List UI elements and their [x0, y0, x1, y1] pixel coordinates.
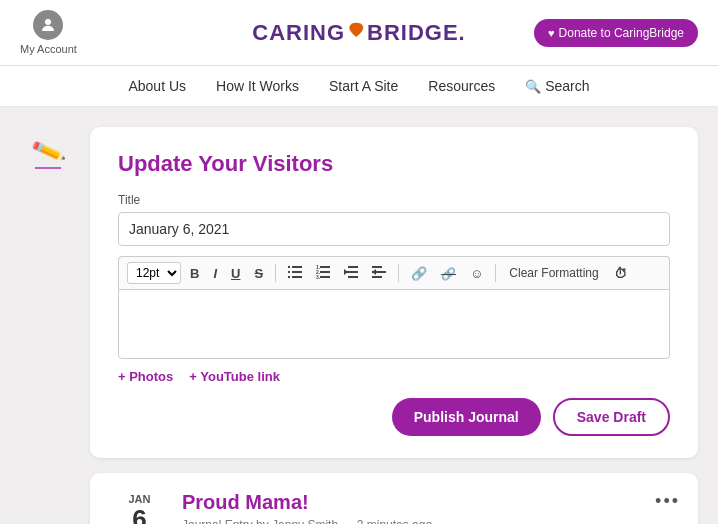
- strikethrough-button[interactable]: S: [249, 264, 268, 283]
- pencil-icon: ✏️: [29, 133, 67, 170]
- avatar: [33, 10, 63, 40]
- ordered-list-button[interactable]: 1. 2. 3.: [311, 263, 335, 284]
- title-label: Title: [118, 193, 670, 207]
- svg-rect-12: [320, 276, 330, 278]
- post-meta: Journal Entry by Jenny Smith — 2 minutes…: [182, 518, 676, 524]
- link-button[interactable]: 🔗: [406, 264, 432, 283]
- svg-rect-5: [288, 276, 290, 278]
- bold-button[interactable]: B: [185, 264, 204, 283]
- logo-after: BRIDGE.: [367, 20, 466, 46]
- publish-journal-button[interactable]: Publish Journal: [392, 398, 541, 436]
- toolbar-divider-3: [495, 264, 496, 282]
- svg-rect-19: [372, 271, 386, 273]
- outdent-button[interactable]: [339, 263, 363, 284]
- navigation: About Us How It Works Start A Site Resou…: [0, 66, 718, 107]
- svg-rect-4: [292, 271, 302, 273]
- logo-heart-icon: [346, 21, 366, 44]
- svg-rect-2: [292, 266, 302, 268]
- post-title: Proud Mama!: [182, 491, 676, 514]
- unlink-button[interactable]: 🔗: [436, 264, 461, 283]
- post-card: ••• JAN 6 2021 Proud Mama! Journal Entry…: [90, 473, 698, 524]
- svg-rect-16: [348, 276, 358, 278]
- clear-formatting-button[interactable]: Clear Formatting: [503, 264, 604, 282]
- logo-text: CARING BRIDGE.: [252, 20, 465, 46]
- svg-rect-3: [288, 271, 290, 273]
- media-row: + Photos + YouTube link: [118, 369, 670, 384]
- emoji-button[interactable]: ☺: [465, 264, 488, 283]
- svg-rect-20: [372, 276, 382, 278]
- nav-search[interactable]: 🔍 Search: [525, 78, 589, 94]
- svg-rect-6: [292, 276, 302, 278]
- svg-rect-1: [288, 266, 290, 268]
- date-column: JAN 6 2021: [112, 491, 167, 524]
- toolbar-divider-2: [398, 264, 399, 282]
- add-youtube-button[interactable]: + YouTube link: [189, 369, 280, 384]
- header: My Account CARING BRIDGE. Donate to Cari…: [0, 0, 718, 66]
- font-size-select[interactable]: 12pt 14pt 18pt: [127, 262, 181, 284]
- search-icon: 🔍: [525, 79, 541, 94]
- rich-text-editor[interactable]: [118, 289, 670, 359]
- sidebar-left: ✏️: [20, 127, 75, 524]
- svg-rect-10: [320, 271, 330, 273]
- italic-button[interactable]: I: [208, 264, 222, 283]
- title-input[interactable]: [118, 212, 670, 246]
- editor-heading: Update Your Visitors: [118, 151, 670, 177]
- nav-how-it-works[interactable]: How It Works: [216, 78, 299, 94]
- post-content: Proud Mama! Journal Entry by Jenny Smith…: [182, 491, 676, 524]
- main-layout: ✏️ Update Your Visitors Title 12pt 14pt …: [0, 107, 718, 524]
- donate-button[interactable]: Donate to CaringBridge: [534, 19, 698, 47]
- add-photos-button[interactable]: + Photos: [118, 369, 173, 384]
- svg-point-0: [45, 19, 51, 25]
- post-menu-button[interactable]: •••: [655, 491, 680, 512]
- toolbar-divider-1: [275, 264, 276, 282]
- action-row: Publish Journal Save Draft: [118, 398, 670, 436]
- account-label: My Account: [20, 43, 77, 55]
- save-draft-button[interactable]: Save Draft: [553, 398, 670, 436]
- nav-start-a-site[interactable]: Start A Site: [329, 78, 398, 94]
- content-area: Update Your Visitors Title 12pt 14pt 18p…: [90, 127, 698, 524]
- nav-resources[interactable]: Resources: [428, 78, 495, 94]
- indent-button[interactable]: [367, 263, 391, 284]
- date-day: 6: [132, 505, 146, 524]
- logo: CARING BRIDGE.: [252, 20, 465, 46]
- unordered-list-button[interactable]: [283, 263, 307, 284]
- svg-rect-8: [320, 266, 330, 268]
- svg-rect-13: [348, 266, 358, 268]
- editor-card: Update Your Visitors Title 12pt 14pt 18p…: [90, 127, 698, 458]
- post-layout: JAN 6 2021 Proud Mama! Journal Entry by …: [112, 491, 676, 524]
- account-area[interactable]: My Account: [20, 10, 77, 55]
- nav-about-us[interactable]: About Us: [128, 78, 186, 94]
- svg-rect-15: [344, 271, 358, 273]
- clock-button[interactable]: ⏱: [609, 264, 632, 283]
- underline-button[interactable]: U: [226, 264, 245, 283]
- svg-rect-17: [372, 266, 382, 268]
- editor-toolbar: 12pt 14pt 18pt B I U S: [118, 256, 670, 289]
- logo-before: CARING: [252, 20, 345, 46]
